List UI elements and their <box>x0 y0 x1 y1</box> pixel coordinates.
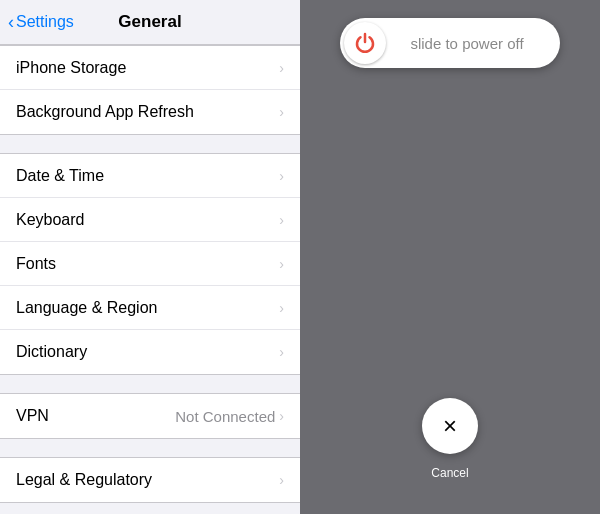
page-title: General <box>118 12 181 32</box>
cancel-label: Cancel <box>431 466 468 480</box>
cancel-x-icon: × <box>443 412 457 440</box>
section-datetime-input: Date & Time › Keyboard › Fonts › <box>0 153 300 375</box>
list-item-keyboard[interactable]: Keyboard › <box>0 198 300 242</box>
item-label: Background App Refresh <box>16 103 194 121</box>
list-item-language-region[interactable]: Language & Region › <box>0 286 300 330</box>
chevron-icon: › <box>279 344 284 360</box>
back-chevron-icon: ‹ <box>8 12 14 33</box>
chevron-icon: › <box>279 168 284 184</box>
list-item-iphone-storage[interactable]: iPhone Storage › <box>0 46 300 90</box>
back-label: Settings <box>16 13 74 31</box>
section-vpn: VPN Not Connected › <box>0 393 300 439</box>
cancel-button[interactable]: × <box>422 398 478 454</box>
list-item-background-refresh[interactable]: Background App Refresh › <box>0 90 300 134</box>
slider-text: slide to power off <box>386 35 556 52</box>
list-item-vpn[interactable]: VPN Not Connected › <box>0 394 300 438</box>
chevron-icon: › <box>279 300 284 316</box>
list-item-dictionary[interactable]: Dictionary › <box>0 330 300 374</box>
item-label: VPN <box>16 407 49 425</box>
back-button[interactable]: ‹ Settings <box>8 12 74 33</box>
item-label: Fonts <box>16 255 56 273</box>
power-slider[interactable]: slide to power off <box>340 18 560 68</box>
item-label: Date & Time <box>16 167 104 185</box>
power-thumb <box>344 22 386 64</box>
chevron-icon: › <box>279 472 284 488</box>
section-storage-refresh: iPhone Storage › Background App Refresh … <box>0 45 300 135</box>
chevron-icon: › <box>279 60 284 76</box>
power-icon <box>353 31 377 55</box>
list-item-date-time[interactable]: Date & Time › <box>0 154 300 198</box>
power-off-panel: slide to power off × Cancel <box>300 0 600 514</box>
item-label: iPhone Storage <box>16 59 126 77</box>
chevron-icon: › <box>279 212 284 228</box>
nav-header: ‹ Settings General <box>0 0 300 45</box>
settings-panel: ‹ Settings General iPhone Storage › Back… <box>0 0 300 514</box>
item-label: Dictionary <box>16 343 87 361</box>
item-label: Keyboard <box>16 211 85 229</box>
chevron-icon: › <box>279 104 284 120</box>
chevron-icon: › <box>279 256 284 272</box>
section-legal: Legal & Regulatory › <box>0 457 300 503</box>
vpn-status: Not Connected <box>175 408 275 425</box>
list-item-fonts[interactable]: Fonts › <box>0 242 300 286</box>
settings-list: iPhone Storage › Background App Refresh … <box>0 45 300 514</box>
chevron-icon: › <box>279 408 284 424</box>
item-label: Language & Region <box>16 299 157 317</box>
item-label: Legal & Regulatory <box>16 471 152 489</box>
list-item-legal-regulatory[interactable]: Legal & Regulatory › <box>0 458 300 502</box>
